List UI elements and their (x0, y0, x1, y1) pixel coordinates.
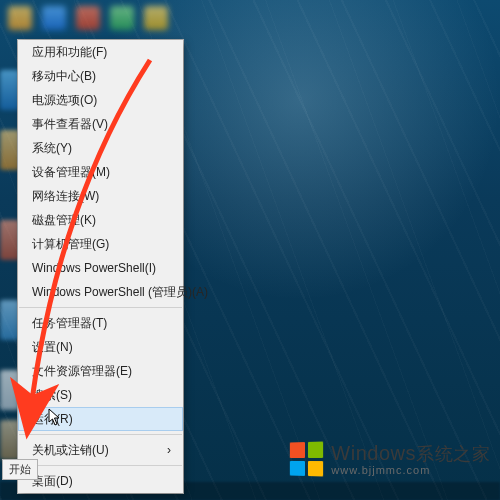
winx-context-menu: 应用和功能(F) 移动中心(B) 电源选项(O) 事件查看器(V) 系统(Y) … (18, 40, 183, 493)
desktop-icon-blurred (0, 370, 20, 410)
menu-item-computer-management[interactable]: 计算机管理(G) (18, 232, 183, 256)
menu-item-network-connections[interactable]: 网络连接(W) (18, 184, 183, 208)
windows-logo-icon (290, 441, 323, 476)
menu-item-file-explorer[interactable]: 文件资源管理器(E) (18, 359, 183, 383)
menu-item-run[interactable]: 运行(R) (18, 407, 183, 431)
watermark-text: Windows系统之家 www.bjjmmc.com (331, 443, 490, 476)
desktop-icon-blurred (0, 420, 20, 460)
menu-item-system[interactable]: 系统(Y) (18, 136, 183, 160)
menu-item-task-manager[interactable]: 任务管理器(T) (18, 311, 183, 335)
menu-item-search[interactable]: 搜索(S) (18, 383, 183, 407)
desktop: 应用和功能(F) 移动中心(B) 电源选项(O) 事件查看器(V) 系统(Y) … (0, 0, 500, 500)
menu-separator (19, 465, 182, 466)
desktop-icon-blurred (0, 300, 20, 340)
watermark-brand-zh: 系统之家 (416, 444, 490, 464)
watermark: Windows系统之家 www.bjjmmc.com (289, 442, 490, 476)
menu-separator (19, 434, 182, 435)
menu-item-powershell[interactable]: Windows PowerShell(I) (18, 256, 183, 280)
desktop-icon-blurred (0, 220, 20, 260)
menu-item-event-viewer[interactable]: 事件查看器(V) (18, 112, 183, 136)
menu-item-powershell-admin[interactable]: Windows PowerShell (管理员)(A) (18, 280, 183, 304)
submenu-arrow-icon: › (167, 443, 171, 457)
menu-item-label: 关机或注销(U) (32, 443, 109, 457)
menu-item-shutdown-or-signout[interactable]: 关机或注销(U) › (18, 438, 183, 462)
menu-item-power-options[interactable]: 电源选项(O) (18, 88, 183, 112)
menu-item-desktop[interactable]: 桌面(D) (18, 469, 183, 493)
watermark-brand-en: Windows (331, 442, 416, 464)
menu-separator (19, 307, 182, 308)
desktop-icon-blurred (0, 130, 20, 170)
menu-item-disk-management[interactable]: 磁盘管理(K) (18, 208, 183, 232)
menu-item-settings[interactable]: 设置(N) (18, 335, 183, 359)
menu-item-apps-and-features[interactable]: 应用和功能(F) (18, 40, 183, 64)
desktop-icon-blurred (0, 70, 20, 110)
watermark-url: www.bjjmmc.com (331, 465, 490, 476)
menu-item-device-manager[interactable]: 设备管理器(M) (18, 160, 183, 184)
start-button-tooltip: 开始 (2, 459, 38, 480)
menu-item-mobility-center[interactable]: 移动中心(B) (18, 64, 183, 88)
